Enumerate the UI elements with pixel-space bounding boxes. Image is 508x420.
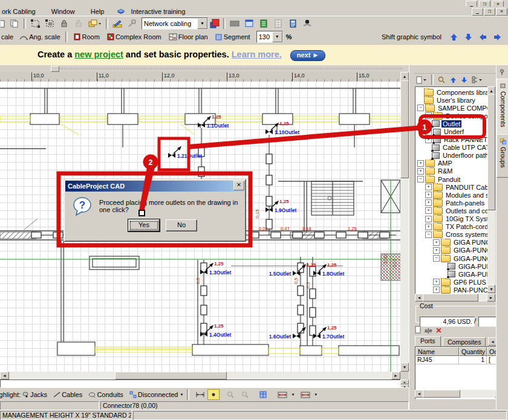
- new-project-link[interactable]: new project: [74, 50, 123, 59]
- lock-icon[interactable]: [57, 17, 71, 30]
- tree-options-icon[interactable]: [469, 74, 485, 86]
- paste-icon[interactable]: [0, 17, 7, 30]
- report-icon[interactable]: [256, 17, 271, 30]
- shift-left-icon[interactable]: [475, 31, 490, 44]
- table-hscrollbar[interactable]: ◄ ►: [415, 390, 503, 398]
- components-tree[interactable]: Components libraryUser's library−SAMPLE …: [415, 86, 489, 296]
- dimension-icon[interactable]: [275, 389, 290, 401]
- table-row[interactable]: RJ451[: [415, 356, 504, 364]
- tab-composites[interactable]: Composites: [443, 337, 486, 347]
- scroll-up-icon[interactable]: ▲: [487, 86, 495, 95]
- chevron-down-icon[interactable]: ▼: [314, 393, 318, 396]
- expand-icon[interactable]: +: [425, 184, 432, 190]
- conduits-button[interactable]: Conduits: [97, 391, 123, 398]
- move-down-icon[interactable]: [458, 74, 469, 86]
- scroll-left-icon[interactable]: ◄: [0, 372, 9, 380]
- tree-item-label[interactable]: Panduit: [437, 176, 461, 183]
- tab-components[interactable]: Components: [497, 79, 508, 139]
- canvas-vscrollbar[interactable]: ▲ ▼: [400, 72, 409, 372]
- angular-scale-icon[interactable]: [18, 31, 29, 44]
- tree-item-label[interactable]: Outlet: [441, 120, 461, 128]
- mdi-minimize-button[interactable]: _: [472, 8, 483, 16]
- table-hscroll-thumb[interactable]: [423, 390, 460, 398]
- expand-icon[interactable]: +: [425, 112, 432, 119]
- tree-item[interactable]: +10Gig TX System: [415, 215, 488, 223]
- tree-item-label[interactable]: TX Patch-cords: [444, 223, 488, 230]
- tree-item[interactable]: +GIGA PUNCH 6: [415, 239, 488, 247]
- collapse-icon[interactable]: −: [433, 255, 440, 262]
- collapse-icon[interactable]: −: [425, 231, 432, 238]
- tree-item-label[interactable]: GIGA-PUNCH 6: [452, 255, 488, 262]
- unlock-icon[interactable]: [71, 17, 86, 30]
- color-swatch-icon[interactable]: [208, 17, 221, 30]
- chevron-down-icon[interactable]: ▼: [291, 393, 295, 396]
- dialog-close-button[interactable]: ✕: [233, 181, 244, 190]
- chevron-down-icon[interactable]: ▼: [180, 393, 183, 396]
- dimension2-icon[interactable]: [298, 389, 313, 401]
- grid-table-icon[interactable]: [256, 389, 270, 401]
- layer-select[interactable]: Network cabling ▼: [142, 18, 208, 30]
- dialog-title-bar[interactable]: CableProject CAD: [65, 181, 244, 192]
- zoom-out-icon[interactable]: [238, 389, 252, 401]
- chevron-down-icon[interactable]: ▼: [272, 31, 282, 42]
- measure-icon[interactable]: [193, 389, 207, 401]
- drawing-canvas[interactable]: 1.1Outlet1,251.10Outlet1,251.21Outlet1.9…: [0, 82, 400, 372]
- outlet-symbol[interactable]: 1.5Outlet1,25: [269, 262, 316, 277]
- angular-scale-button[interactable]: Ang. scale: [29, 33, 60, 40]
- new-item-icon[interactable]: [415, 326, 421, 335]
- expand-icon[interactable]: +: [425, 207, 432, 214]
- expand-icon[interactable]: +: [425, 216, 432, 222]
- tree-item[interactable]: User's library: [415, 96, 488, 104]
- menu-interactive-training[interactable]: Interactive training: [126, 7, 189, 16]
- expand-icon[interactable]: +: [425, 192, 432, 198]
- tree-item-label[interactable]: GIGA PUNCH 6: [452, 239, 488, 246]
- expand-icon[interactable]: +: [425, 199, 432, 206]
- tree-item[interactable]: GIGA-PUNC: [415, 270, 488, 278]
- move-up-icon[interactable]: [448, 74, 458, 86]
- panel-splitter[interactable]: [409, 65, 414, 410]
- tree-item[interactable]: +PANDUIT Cable: [415, 183, 488, 191]
- pin-icon[interactable]: [499, 69, 506, 77]
- tree-item[interactable]: +Device components: [415, 112, 488, 120]
- expand-icon[interactable]: +: [433, 279, 440, 285]
- tree-item[interactable]: +Patch-panels: [415, 199, 488, 207]
- jacks-icon[interactable]: [21, 389, 30, 401]
- canvas-hscrollbar[interactable]: ◄ ►: [0, 372, 400, 380]
- tree-item-label[interactable]: Outlets and constru: [444, 207, 488, 215]
- menu-help[interactable]: Help: [86, 7, 109, 16]
- conduits-icon[interactable]: [87, 389, 97, 401]
- tree-item[interactable]: −GIGA-PUNCH 6: [415, 254, 488, 262]
- plan-window-icon[interactable]: [242, 17, 256, 30]
- tree-item-label[interactable]: Rack PANNET CABL: [443, 136, 488, 143]
- expand-icon[interactable]: +: [433, 247, 440, 254]
- zoom-in-icon[interactable]: [223, 389, 238, 401]
- scroll-right-icon[interactable]: ►: [391, 372, 400, 380]
- select-region-icon[interactable]: [28, 17, 42, 30]
- vscroll-thumb[interactable]: [400, 80, 409, 178]
- tree-item-label[interactable]: Underfloor pathway: [441, 152, 488, 159]
- tree-item-label[interactable]: GP6 PLUS dress: [452, 279, 488, 286]
- tree-item-label[interactable]: Device components: [444, 112, 488, 120]
- rename-icon[interactable]: a|e: [425, 328, 432, 334]
- tab-groups[interactable]: Groups: [497, 134, 508, 178]
- outlet-symbol[interactable]: 1.8Outlet1,25: [313, 262, 345, 277]
- tree-item-label[interactable]: R&M: [437, 167, 454, 175]
- tree-item-label[interactable]: Components library: [435, 89, 488, 96]
- room-icon[interactable]: [73, 31, 82, 44]
- new-component-icon[interactable]: [414, 74, 429, 86]
- outlet-symbol[interactable]: 1.21Outlet: [168, 146, 202, 159]
- tree-hscroll-thumb[interactable]: [423, 294, 478, 302]
- delete-icon[interactable]: ✕: [436, 326, 442, 335]
- table-column-header[interactable]: Name: [415, 347, 459, 356]
- scroll-right-icon[interactable]: ►: [487, 294, 495, 302]
- chevron-down-icon[interactable]: ▼: [197, 18, 207, 29]
- shift-down-icon[interactable]: [461, 31, 475, 44]
- segment-icon[interactable]: [214, 31, 224, 44]
- splitter-handle[interactable]: [51, 66, 59, 72]
- scale-button[interactable]: cale: [1, 33, 13, 40]
- tree-item[interactable]: −Cross systems: [415, 231, 488, 239]
- webcam-icon[interactable]: [300, 17, 314, 30]
- collapse-icon[interactable]: −: [417, 176, 424, 183]
- copy-icon[interactable]: [7, 17, 22, 30]
- spreadsheet-icon[interactable]: [271, 17, 285, 30]
